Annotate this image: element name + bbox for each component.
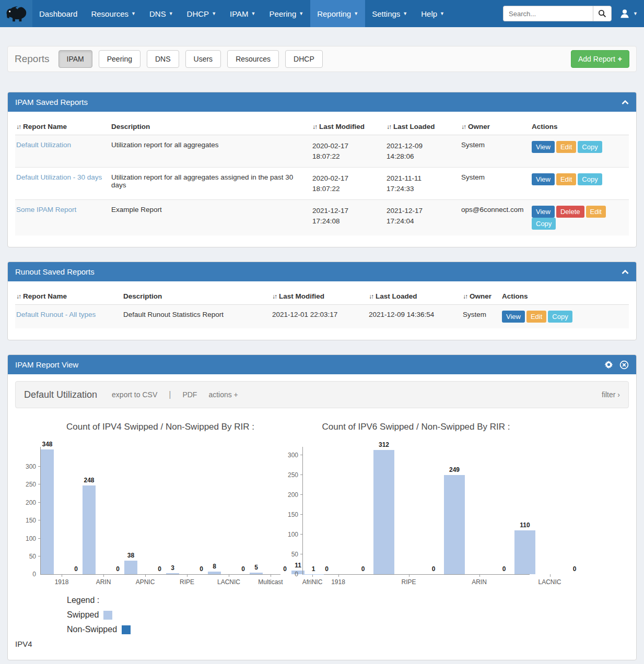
nav-item-reporting[interactable]: Reporting▼ xyxy=(310,0,365,27)
legend-label: Swipped xyxy=(67,610,99,620)
nav-item-resources[interactable]: Resources▼ xyxy=(84,0,143,27)
legend-item-swipped: Swipped xyxy=(67,610,629,620)
collapse-button[interactable] xyxy=(622,100,629,105)
chevron-down-icon: ▼ xyxy=(251,11,256,16)
bar-swipped: 8 xyxy=(208,572,221,574)
bar-group: 2490ARIN xyxy=(444,475,514,574)
report-link[interactable]: Some IPAM Report xyxy=(16,206,76,214)
nav-item-peering[interactable]: Peering▼ xyxy=(263,0,311,27)
last-modified: 2021-12-1717:24:08 xyxy=(311,200,385,236)
chevron-up-icon xyxy=(622,269,629,275)
export-pdf-link[interactable]: PDF xyxy=(182,390,197,399)
x-axis-label: RIPE xyxy=(401,578,416,586)
y-tick-label: 200 xyxy=(288,491,303,499)
page-title: Reports xyxy=(15,53,50,65)
y-tick-label: 250 xyxy=(26,481,41,488)
view-button[interactable]: View xyxy=(502,311,525,323)
delete-button[interactable]: Delete xyxy=(556,206,584,218)
owner: ops@6connect.com xyxy=(460,200,531,236)
col-header-last-modified[interactable]: ↓↑Last Modified xyxy=(311,118,385,135)
report-description: Default Runout Statistics Report xyxy=(122,305,271,329)
col-header-owner[interactable]: ↓↑Owner xyxy=(460,118,531,135)
y-tick-mark xyxy=(300,554,303,554)
copy-button[interactable]: Copy xyxy=(532,218,556,230)
view-button[interactable]: View xyxy=(532,141,555,153)
chart-title: Count of IPV6 Swipped / Non-Swipped By R… xyxy=(302,422,530,432)
user-menu[interactable]: ▼ xyxy=(619,8,638,19)
col-header-last-loaded[interactable]: ↓↑Last Loaded xyxy=(368,288,462,305)
bar-swipped: 248 xyxy=(83,485,96,574)
y-tick-label: 0 xyxy=(295,571,303,578)
bar-swipped: 1 xyxy=(303,574,324,575)
collapse-button[interactable] xyxy=(622,269,629,275)
col-header-actions: Actions xyxy=(501,288,629,305)
report-description: Example Report xyxy=(110,200,311,236)
table-row: Some IPAM Report Example Report 2021-12-… xyxy=(15,200,629,236)
col-label: Report Name xyxy=(23,292,67,300)
tab-dhcp[interactable]: DHCP xyxy=(285,50,323,68)
last-loaded: 2021-11-1117:24:33 xyxy=(385,168,460,200)
bar-value-label: 0 xyxy=(116,565,120,573)
bar-value-label: 0 xyxy=(573,565,577,573)
export-csv-link[interactable]: export to CSV xyxy=(112,390,157,399)
elephant-logo[interactable] xyxy=(0,0,32,27)
report-toolbar: Default Utilization export to CSV | PDF … xyxy=(15,381,629,408)
edit-button[interactable]: Edit xyxy=(556,173,576,185)
tab-users[interactable]: Users xyxy=(185,50,221,68)
col-label: Last Modified xyxy=(279,292,324,300)
report-link[interactable]: Default Utilization xyxy=(16,141,71,149)
col-header-description: Description xyxy=(110,118,311,135)
x-axis-label: LACNIC xyxy=(538,578,561,586)
bar-value-label: 110 xyxy=(520,521,530,529)
nav-item-dhcp[interactable]: DHCP▼ xyxy=(180,0,223,27)
edit-button[interactable]: Edit xyxy=(556,141,576,153)
y-tick-mark xyxy=(300,534,303,535)
search-input[interactable] xyxy=(503,6,593,21)
tab-resources[interactable]: Resources xyxy=(227,50,279,68)
panel-header: IPAM Saved Reports xyxy=(8,92,636,112)
report-link[interactable]: Default Runout - All types xyxy=(16,311,96,318)
col-header-last-modified[interactable]: ↓↑Last Modified xyxy=(271,288,368,305)
chart-legend: Legend : Swipped Non-Swipped xyxy=(67,596,629,634)
copy-button[interactable]: Copy xyxy=(578,173,602,185)
tab-dns[interactable]: DNS xyxy=(147,50,179,68)
nav-label: DHCP xyxy=(187,9,209,18)
owner: System xyxy=(460,135,531,168)
col-header-report-name[interactable]: ↓↑Report Name xyxy=(15,288,122,305)
report-link[interactable]: Default Utilization - 30 days xyxy=(16,173,102,181)
col-header-owner[interactable]: ↓↑Owner xyxy=(462,288,501,305)
table-row: Default Utilization - 30 days Utilizatio… xyxy=(15,168,629,200)
close-button[interactable] xyxy=(619,360,629,370)
tab-ipam[interactable]: IPAM xyxy=(58,50,92,68)
bar-value-label: 1 xyxy=(312,565,315,573)
ipam-report-view-panel: IPAM Report View Default Utilization exp… xyxy=(7,354,637,660)
bar-group: 80LACNIC xyxy=(208,572,250,574)
col-header-report-name[interactable]: ↓↑Report Name xyxy=(15,118,110,135)
settings-button[interactable] xyxy=(604,360,613,369)
copy-button[interactable]: Copy xyxy=(578,141,602,153)
nav-item-settings[interactable]: Settings▼ xyxy=(365,0,414,27)
nav-item-dashboard[interactable]: Dashboard xyxy=(32,0,84,27)
edit-button[interactable]: Edit xyxy=(526,311,546,323)
search-button[interactable] xyxy=(593,6,612,21)
table-row: Default Utilization Utilization report f… xyxy=(15,135,629,168)
view-button[interactable]: View xyxy=(532,206,555,218)
tab-peering[interactable]: Peering xyxy=(99,50,140,68)
edit-button[interactable]: Edit xyxy=(586,206,606,218)
add-report-button[interactable]: Add Report+ xyxy=(571,50,629,68)
y-tick-label: 300 xyxy=(26,463,41,470)
plus-icon: + xyxy=(618,55,622,63)
panel-title: IPAM Saved Reports xyxy=(15,98,88,106)
actions-menu[interactable]: actions + xyxy=(208,390,238,399)
filter-toggle[interactable]: filter › xyxy=(602,390,620,399)
close-icon xyxy=(619,360,629,370)
view-button[interactable]: View xyxy=(532,173,555,185)
bar-value-label: 0 xyxy=(283,565,287,573)
col-header-last-loaded[interactable]: ↓↑Last Loaded xyxy=(385,118,460,135)
x-axis-label: LACNIC xyxy=(217,578,240,586)
copy-button[interactable]: Copy xyxy=(548,311,572,323)
nav-item-dns[interactable]: DNS▼ xyxy=(143,0,180,27)
nav-item-ipam[interactable]: IPAM▼ xyxy=(223,0,262,27)
nav-item-help[interactable]: Help▼ xyxy=(414,0,451,27)
col-label: Last Modified xyxy=(319,123,365,131)
